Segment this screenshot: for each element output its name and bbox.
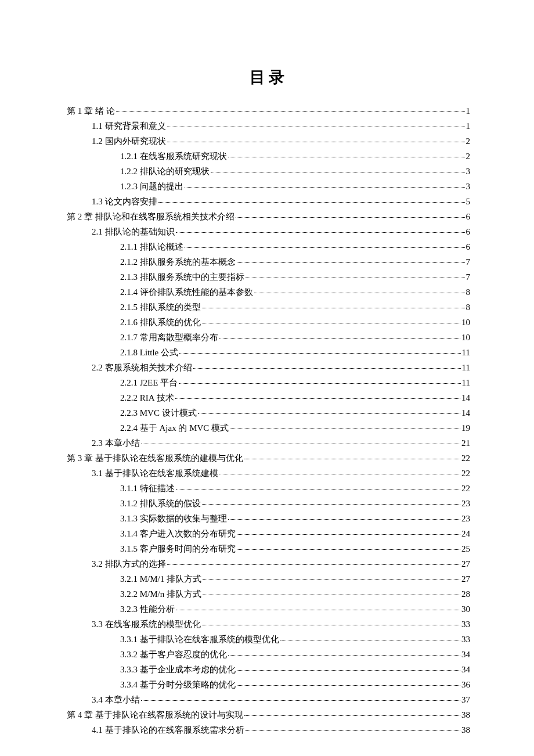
toc-dots [230, 429, 460, 429]
toc-entry: 1.2.3 问题的提出3 [120, 179, 470, 193]
toc-list: 第 1 章 绪 论11.1 研究背景和意义11.2 国内外研究现状21.2.1 … [67, 104, 470, 737]
toc-entry-page: 10 [461, 330, 470, 344]
toc-entry-label: 2.1.5 排队系统的类型 [120, 300, 201, 314]
toc-entry-label: 3.2.3 性能分析 [120, 602, 175, 616]
toc-entry: 2.1.7 常用离散型概率分布10 [120, 330, 470, 344]
toc-entry-label: 2.1.4 评价排队系统性能的基本参数 [120, 285, 253, 299]
toc-dots [228, 655, 460, 656]
toc-dots [246, 730, 461, 731]
toc-entry: 4.1 基于排队论的在线客服系统需求分析38 [92, 723, 470, 737]
toc-entry: 2.1.1 排队论概述6 [120, 240, 470, 254]
toc-entry-page: 3 [466, 164, 471, 178]
toc-entry-page: 23 [461, 496, 470, 510]
toc-dots [244, 459, 460, 459]
toc-entry-page: 8 [466, 300, 471, 314]
toc-entry-label: 3.1.5 客户服务时间的分布研究 [120, 542, 236, 556]
toc-dots [237, 534, 460, 535]
toc-dots [203, 595, 460, 595]
toc-entry: 1.1 研究背景和意义1 [92, 119, 470, 133]
toc-dots [202, 308, 465, 308]
toc-entry-label: 第 1 章 绪 论 [67, 104, 115, 118]
toc-entry-label: 3.2 排队方式的选择 [92, 557, 166, 571]
toc-entry-page: 6 [466, 210, 471, 224]
toc-dots [237, 549, 460, 550]
toc-entry: 1.2.2 排队论的研究现状3 [120, 164, 470, 178]
toc-entry-page: 21 [461, 436, 470, 450]
toc-entry-page: 22 [461, 481, 470, 495]
toc-entry-label: 2.2.2 RIA 技术 [120, 391, 174, 405]
toc-entry-page: 27 [461, 557, 470, 571]
toc-dots [280, 640, 460, 640]
toc-dots [167, 564, 461, 565]
toc-entry: 2.1.4 评价排队系统性能的基本参数8 [120, 285, 470, 299]
toc-entry-page: 24 [461, 527, 470, 541]
toc-dots [202, 625, 461, 625]
toc-dots [228, 519, 460, 520]
toc-entry-label: 3.3.1 基于排队论在线客服系统的模型优化 [120, 632, 279, 646]
toc-entry-label: 1.1 研究背景和意义 [92, 119, 166, 133]
toc-entry-label: 2.3 本章小结 [92, 436, 140, 450]
toc-dots [219, 338, 460, 339]
toc-entry: 3.2.3 性能分析30 [120, 602, 470, 616]
toc-entry: 2.1.3 排队服务系统中的主要指标7 [120, 270, 470, 284]
toc-entry: 2.1.8 Little 公式11 [120, 345, 470, 359]
toc-entry-label: 3.3.3 基于企业成本考虑的优化 [120, 663, 236, 676]
toc-entry-page: 14 [461, 391, 470, 405]
toc-entry-label: 4.1 基于排队论的在线客服系统需求分析 [92, 723, 244, 737]
toc-entry-page: 7 [466, 270, 471, 284]
toc-entry-label: 2.1.3 排队服务系统中的主要指标 [120, 270, 244, 284]
toc-entry: 3.3.2 基于客户容忍度的优化34 [120, 647, 470, 661]
toc-title: 目录 [67, 67, 470, 88]
toc-dots [141, 444, 461, 444]
toc-entry: 2.1 排队论的基础知识6 [92, 225, 470, 239]
toc-entry: 第 4 章 基于排队论在线客服系统的设计与实现38 [67, 708, 470, 722]
toc-entry: 2.3 本章小结21 [92, 436, 470, 450]
toc-entry-page: 19 [461, 421, 470, 435]
toc-entry-label: 第 4 章 基于排队论在线客服系统的设计与实现 [67, 708, 243, 722]
toc-dots [202, 323, 460, 323]
toc-dots [193, 368, 461, 369]
toc-entry-page: 11 [462, 361, 470, 375]
toc-dots [158, 202, 465, 203]
toc-entry-label: 第 2 章 排队论和在线客服系统相关技术介绍 [67, 210, 234, 224]
toc-entry-label: 1.3 论文内容安排 [92, 195, 157, 208]
toc-entry: 2.1.5 排队系统的类型8 [120, 300, 470, 314]
toc-entry-page: 22 [461, 451, 470, 465]
toc-entry: 第 2 章 排队论和在线客服系统相关技术介绍6 [67, 210, 470, 224]
toc-entry-page: 34 [461, 663, 470, 676]
toc-entry: 第 3 章 基于排队论在线客服系统的建模与优化22 [67, 451, 470, 465]
toc-dots [228, 157, 465, 157]
toc-entry-label: 3.2.1 M/M/1 排队方式 [120, 572, 201, 586]
toc-entry-page: 36 [461, 678, 470, 692]
toc-entry: 3.3.1 基于排队论在线客服系统的模型优化33 [120, 632, 470, 646]
toc-entry-label: 2.1.7 常用离散型概率分布 [120, 330, 218, 344]
toc-entry-page: 34 [461, 647, 470, 661]
toc-entry-page: 37 [461, 693, 470, 707]
toc-dots [141, 700, 461, 701]
toc-entry-label: 2.1 排队论的基础知识 [92, 225, 175, 239]
toc-entry-label: 2.1.1 排队论概述 [120, 240, 183, 254]
toc-dots [254, 293, 465, 293]
toc-entry-page: 1 [466, 104, 471, 118]
toc-dots [176, 232, 465, 233]
toc-dots [237, 262, 465, 263]
toc-entry-label: 1.2.1 在线客服系统研究现状 [120, 149, 227, 163]
toc-dots [176, 610, 460, 610]
toc-entry-page: 33 [461, 632, 470, 646]
toc-page: 目录 第 1 章 绪 论11.1 研究背景和意义11.2 国内外研究现状21.2… [0, 0, 534, 756]
toc-entry-label: 1.2 国内外研究现状 [92, 134, 166, 148]
toc-entry: 2.2.3 MVC 设计模式14 [120, 406, 470, 420]
toc-entry-label: 2.1.8 Little 公式 [120, 345, 178, 359]
toc-entry-label: 2.2.3 MVC 设计模式 [120, 406, 197, 420]
toc-entry-label: 3.1.2 排队系统的假设 [120, 496, 201, 510]
toc-entry: 3.1.5 客户服务时间的分布研究25 [120, 542, 470, 556]
toc-entry-label: 3.2.2 M/M/n 排队方式 [120, 587, 201, 601]
toc-entry: 2.2.2 RIA 技术14 [120, 391, 470, 405]
toc-entry-page: 33 [461, 617, 470, 631]
toc-entry: 2.1.2 排队服务系统的基本概念7 [120, 255, 470, 269]
toc-entry-page: 10 [461, 315, 470, 329]
toc-entry: 2.2.1 J2EE 平台11 [120, 376, 470, 390]
toc-entry-page: 7 [466, 255, 471, 269]
toc-dots [167, 142, 465, 142]
toc-entry-page: 14 [461, 406, 470, 420]
